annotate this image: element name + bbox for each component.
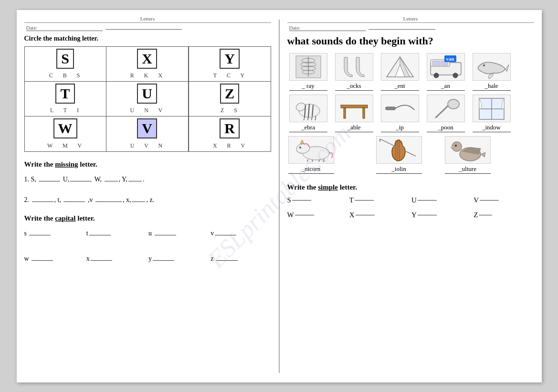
left-panel: Letters Date: Circle the matching letter… [17,10,279,382]
simple-z: Z [474,211,534,219]
letter-grid-container: S C B S X R K X T L T I [24,46,271,152]
xray-label: _ ray [289,82,327,91]
unicorn-svg [290,138,333,162]
letter-t: T [55,84,74,104]
whale-svg [474,55,509,79]
svg-point-13 [434,73,439,78]
spoon-image [427,95,465,122]
letter-y: Y [220,49,240,69]
letters-y-row: T C Y [213,72,246,79]
sound-whip: _ip [379,95,421,132]
sound-window: _indow [471,95,513,132]
blank-3 [105,181,118,181]
vulture-image [445,136,491,164]
simple-blank-v [480,200,499,201]
letters-r-row: X R V [213,142,246,149]
vulture-label: _ulture [445,165,491,174]
van-label: _an [427,82,465,91]
simple-blank-x [356,215,375,215]
tent-svg [383,55,417,79]
grid-cell-r: R X R V [189,117,271,151]
letters-x-row: R K X [130,72,164,79]
unicorn-image [288,136,334,164]
left-header: Letters [24,16,271,23]
simple-blank-w [295,215,314,215]
sound-unicorn: _nicorn [287,136,335,174]
grid-cell-z: Z Z S [189,82,271,117]
sounds-heading: what sounds do they begin with? [287,35,534,47]
letter-r: R [220,118,240,138]
capital-v: v [211,227,271,239]
svg-marker-35 [300,140,304,144]
simple-row-1: S T U V [287,196,534,204]
sound-socks: _ocks [333,53,375,91]
simple-t: T [349,196,410,204]
sound-table: _able [333,95,375,132]
grid-cell-y: Y T C Y [189,47,271,82]
letter-s: S [56,49,74,69]
zebra-image [289,95,327,122]
simple-title: Write the simple letter. [287,183,534,191]
missing-title: Write the missing letter. [24,160,271,169]
cap-blank-w [32,260,53,261]
grid-left-cols: S C B S X R K X T L T I [25,47,188,151]
svg-rect-27 [363,108,365,118]
cap-blank-x [91,260,112,261]
socks-svg [337,55,371,79]
right-date: Date: [287,25,534,31]
blank-4 [128,181,142,181]
letters-z-row: Z S [221,107,239,114]
simple-blank-t [355,200,374,201]
socks-label: _ocks [335,82,373,91]
capital-row-1: s t u v [24,227,271,248]
grid-cell-x: X R K X [106,47,188,81]
svg-point-48 [455,145,457,147]
right-header: Letters [287,16,534,23]
spoon-svg [429,96,463,120]
svg-rect-26 [344,108,346,118]
svg-line-39 [323,159,324,162]
capital-row-2: w x y z [24,253,271,273]
cap-blank-s [29,235,51,235]
simple-blank-z [479,215,492,215]
capital-s: s [24,227,84,239]
blank-2 [70,181,92,181]
letter-z: Z [220,84,239,104]
capital-w: w [24,253,84,265]
sound-spoon: _poon [425,95,467,132]
svg-rect-25 [341,105,368,108]
svg-point-14 [453,73,458,78]
simple-section: Write the simple letter. S T U V W X Y Z [287,183,534,219]
svg-line-21 [304,117,305,120]
whip-label: _ip [381,124,419,132]
sound-row-1: _ ray _ocks [287,53,534,91]
van-text-label: van [444,55,456,62]
capital-t: t [86,227,147,239]
svg-line-38 [318,160,319,162]
grid-cell-t: T L T I [25,82,106,116]
simple-x: X [349,211,410,219]
cap-blank-y [153,260,174,261]
svg-line-36 [307,159,308,162]
whip-svg [383,96,417,120]
blank-5 [32,201,53,202]
letter-x: X [137,49,157,69]
svg-rect-28 [386,107,395,110]
whale-label: _hale [473,82,511,91]
right-date-label: Date: [289,25,366,31]
simple-s: S [287,196,347,204]
svg-rect-11 [432,61,440,65]
blank-1 [39,181,60,181]
simple-blank-u [418,200,437,201]
svg-point-29 [448,99,459,109]
sound-zebra: _ebra [287,95,329,132]
worksheet-page: ESLprintables.com Letters Date: Circle t… [17,10,542,382]
table-svg [337,96,371,120]
tent-label: _ent [381,82,419,91]
sound-van: van _an [425,53,467,91]
blank-7 [95,201,122,202]
simple-blank-y [418,215,437,215]
right-date-blank [368,29,435,30]
window-svg [474,96,509,120]
unicorn-label: _nicorn [288,165,334,174]
